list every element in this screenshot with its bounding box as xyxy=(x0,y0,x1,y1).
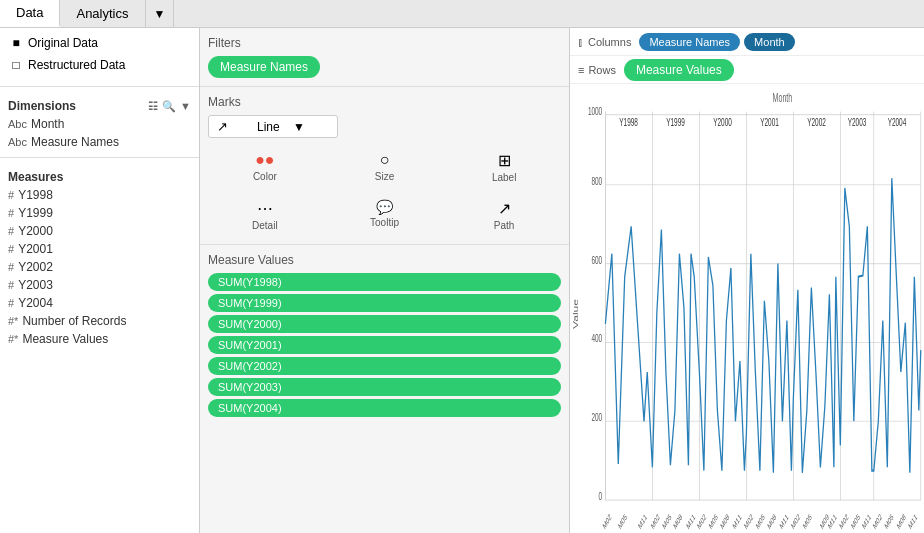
label-icon: ⊞ xyxy=(498,151,511,170)
dim-measure-names[interactable]: Abc Measure Names xyxy=(0,133,199,151)
svg-text:1000: 1000 xyxy=(588,105,602,117)
marks-color-btn[interactable]: ●● Color xyxy=(208,146,322,188)
divider-2 xyxy=(0,157,199,158)
svg-text:Y2003: Y2003 xyxy=(848,116,867,128)
measure-y1998-icon: # xyxy=(8,189,14,201)
filter-measure-names-pill[interactable]: Measure Names xyxy=(208,56,320,78)
measure-y2003[interactable]: # Y2003 xyxy=(0,276,199,294)
dim-month-label: Month xyxy=(31,117,64,131)
marks-title: Marks xyxy=(208,95,561,109)
mv-pill-y2004[interactable]: SUM(Y2004) xyxy=(208,399,561,417)
dim-measure-names-label: Measure Names xyxy=(31,135,119,149)
measure-y1998-label: Y1998 xyxy=(18,188,53,202)
datasource-restructured-icon: □ xyxy=(8,57,24,73)
measure-y2000-label: Y2000 xyxy=(18,224,53,238)
svg-text:200: 200 xyxy=(591,412,602,424)
dim-month[interactable]: Abc Month xyxy=(0,115,199,133)
measure-y2002-icon: # xyxy=(8,261,14,273)
measure-y2004-icon: # xyxy=(8,297,14,309)
tab-dropdown-arrow[interactable]: ▼ xyxy=(146,0,175,27)
measure-y2001-label: Y2001 xyxy=(18,242,53,256)
measure-y2002-label: Y2002 xyxy=(18,260,53,274)
data-sources: ■ Original Data □ Restructured Data xyxy=(0,28,199,80)
rows-label: ≡ Rows xyxy=(578,64,616,76)
measure-y2003-label: Y2003 xyxy=(18,278,53,292)
marks-buttons-grid: ●● Color ○ Size ⊞ Label ⋯ Detail 💬 To xyxy=(208,146,561,236)
chart-svg: Month 0 200 400 600 800 1000 Value xyxy=(570,84,924,533)
label-label: Label xyxy=(492,172,516,183)
marks-detail-btn[interactable]: ⋯ Detail xyxy=(208,194,322,236)
tab-analytics-label: Analytics xyxy=(76,6,128,21)
marks-size-btn[interactable]: ○ Size xyxy=(328,146,442,188)
dimensions-menu-icon[interactable]: ▼ xyxy=(180,100,191,113)
measure-num-records-label: Number of Records xyxy=(22,314,126,328)
rows-pill-measure-values[interactable]: Measure Values xyxy=(624,59,734,81)
marks-type-dropdown[interactable]: ↗ Line ▼ xyxy=(208,115,338,138)
left-panel: ■ Original Data □ Restructured Data Dime… xyxy=(0,28,200,533)
dimensions-title: Dimensions xyxy=(8,99,76,113)
middle-panel: Filters Measure Names Marks ↗ Line ▼ ●● … xyxy=(200,28,570,533)
marks-type-label: Line xyxy=(257,120,293,134)
detail-icon: ⋯ xyxy=(257,199,273,218)
dimensions-grid-icon[interactable]: ☷ xyxy=(148,100,158,113)
measure-y2002[interactable]: # Y2002 xyxy=(0,258,199,276)
measure-y1998[interactable]: # Y1998 xyxy=(0,186,199,204)
top-tab-bar: Data Analytics ▼ xyxy=(0,0,924,28)
measure-num-records-icon: #* xyxy=(8,315,18,327)
marks-tooltip-btn[interactable]: 💬 Tooltip xyxy=(328,194,442,236)
path-label: Path xyxy=(494,220,515,231)
measure-y2004-label: Y2004 xyxy=(18,296,53,310)
marks-label-btn[interactable]: ⊞ Label xyxy=(447,146,561,188)
mv-pill-y1998[interactable]: SUM(Y1998) xyxy=(208,273,561,291)
dimensions-search-icon[interactable]: 🔍 xyxy=(162,100,176,113)
mv-pill-y2001[interactable]: SUM(Y2001) xyxy=(208,336,561,354)
path-icon: ↗ xyxy=(498,199,511,218)
chart-container: Month 0 200 400 600 800 1000 Value xyxy=(570,84,924,533)
mv-pill-y2003[interactable]: SUM(Y2003) xyxy=(208,378,561,396)
tab-analytics[interactable]: Analytics xyxy=(60,0,145,27)
mv-pill-y2002[interactable]: SUM(Y2002) xyxy=(208,357,561,375)
svg-text:400: 400 xyxy=(591,333,602,345)
columns-icon: ⫿ xyxy=(578,36,584,48)
svg-text:Y2004: Y2004 xyxy=(888,116,907,128)
measure-y2004[interactable]: # Y2004 xyxy=(0,294,199,312)
tooltip-icon: 💬 xyxy=(376,199,393,215)
color-icon: ●● xyxy=(255,151,274,169)
marks-dropdown-chevron: ▼ xyxy=(293,120,329,134)
measure-y2001[interactable]: # Y2001 xyxy=(0,240,199,258)
datasource-original-label: Original Data xyxy=(28,36,98,50)
divider-1 xyxy=(0,86,199,87)
columns-label: ⫿ Columns xyxy=(578,36,631,48)
columns-row: ⫿ Columns Measure Names Month xyxy=(570,28,924,56)
marks-path-btn[interactable]: ↗ Path xyxy=(447,194,561,236)
svg-text:Month: Month xyxy=(773,91,793,104)
marks-section: Marks ↗ Line ▼ ●● Color ○ Size ⊞ Label xyxy=(200,87,569,245)
measure-y1999-icon: # xyxy=(8,207,14,219)
measure-measure-values[interactable]: #* Measure Values xyxy=(0,330,199,348)
measure-y1999[interactable]: # Y1999 xyxy=(0,204,199,222)
dim-measure-names-type: Abc xyxy=(8,136,27,148)
svg-text:600: 600 xyxy=(591,254,602,266)
measure-y2000-icon: # xyxy=(8,225,14,237)
mv-pill-y1999[interactable]: SUM(Y1999) xyxy=(208,294,561,312)
rows-icon: ≡ xyxy=(578,64,584,76)
svg-text:0: 0 xyxy=(599,490,603,502)
svg-text:Value: Value xyxy=(571,298,579,329)
measure-y1999-label: Y1999 xyxy=(18,206,53,220)
datasource-icon: ■ xyxy=(8,35,24,51)
mv-pill-y2000[interactable]: SUM(Y2000) xyxy=(208,315,561,333)
size-icon: ○ xyxy=(380,151,390,169)
svg-text:Y1998: Y1998 xyxy=(619,116,638,128)
measures-title: Measures xyxy=(8,170,63,184)
size-label: Size xyxy=(375,171,394,182)
measure-y2000[interactable]: # Y2000 xyxy=(0,222,199,240)
datasource-original[interactable]: ■ Original Data xyxy=(4,32,195,54)
measure-y2003-icon: # xyxy=(8,279,14,291)
columns-pill-measure-names[interactable]: Measure Names xyxy=(639,33,740,51)
svg-text:800: 800 xyxy=(591,175,602,187)
tab-data[interactable]: Data xyxy=(0,0,60,27)
measure-num-records[interactable]: #* Number of Records xyxy=(0,312,199,330)
color-label: Color xyxy=(253,171,277,182)
columns-pill-month[interactable]: Month xyxy=(744,33,795,51)
datasource-restructured[interactable]: □ Restructured Data xyxy=(4,54,195,76)
